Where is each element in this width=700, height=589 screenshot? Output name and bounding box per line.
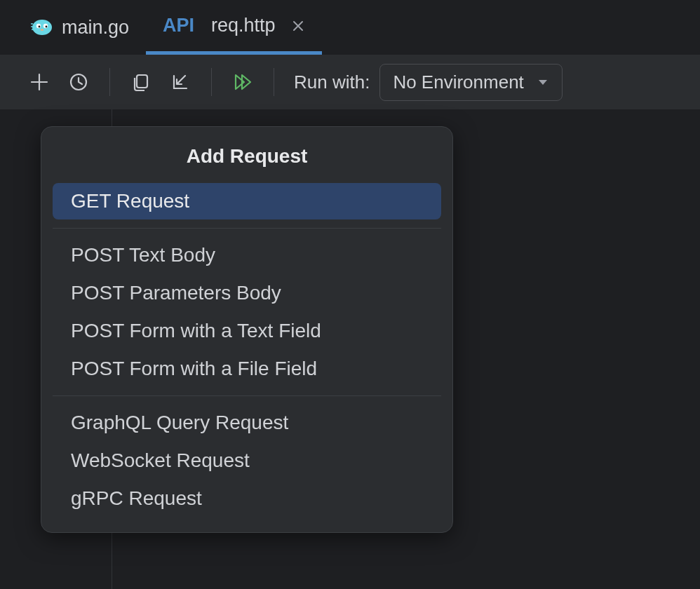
svg-point-0 <box>32 20 52 35</box>
svg-point-1 <box>36 24 41 28</box>
popup-item-post-form-text-field[interactable]: POST Form with a Text Field <box>53 313 441 349</box>
popup-item-grpc-request[interactable]: gRPC Request <box>53 480 441 517</box>
tab-req-http[interactable]: API req.http <box>146 0 322 55</box>
popup-item-post-parameters-body[interactable]: POST Parameters Body <box>53 275 441 311</box>
http-toolbar: Run with: No Environment <box>0 55 700 109</box>
svg-rect-7 <box>137 75 147 88</box>
popup-item-label: POST Form with a File Field <box>71 358 317 379</box>
popup-item-post-text-body[interactable]: POST Text Body <box>53 237 441 273</box>
svg-point-5 <box>41 29 43 31</box>
popup-item-get-request[interactable]: GET Request <box>53 183 441 219</box>
popup-item-label: POST Form with a Text Field <box>71 320 321 341</box>
toolbar-separator <box>211 68 212 96</box>
tab-label: req.http <box>211 15 276 36</box>
svg-point-3 <box>39 26 41 28</box>
examples-button[interactable] <box>123 64 159 100</box>
popup-item-label: GraphQL Query Request <box>71 412 288 433</box>
popup-item-label: POST Parameters Body <box>71 282 281 304</box>
popup-item-post-form-file-field[interactable]: POST Form with a File Field <box>53 351 441 387</box>
popup-item-websocket-request[interactable]: WebSocket Request <box>53 442 441 479</box>
popup-item-label: POST Text Body <box>71 244 215 266</box>
import-button[interactable] <box>162 64 198 100</box>
popup-separator <box>53 228 441 229</box>
environment-selected-value: No Environment <box>393 72 523 93</box>
chevron-down-icon <box>537 76 549 88</box>
close-icon[interactable] <box>291 19 305 33</box>
svg-point-4 <box>46 26 48 28</box>
environment-select[interactable]: No Environment <box>379 64 562 101</box>
popup-title: Add Request <box>41 138 452 182</box>
run-with-label: Run with: <box>294 72 370 93</box>
run-with-section: Run with: No Environment <box>294 64 563 101</box>
tab-main-go[interactable]: main.go <box>14 0 146 55</box>
popup-item-label: WebSocket Request <box>71 449 250 471</box>
add-request-button[interactable] <box>21 64 58 100</box>
popup-item-label: gRPC Request <box>71 487 202 509</box>
popup-separator <box>53 395 441 396</box>
run-all-button[interactable] <box>224 64 261 100</box>
tab-label: main.go <box>62 17 129 39</box>
api-file-icon: API <box>163 15 194 36</box>
editor-tabs: main.go API req.http <box>0 0 700 55</box>
history-button[interactable] <box>60 64 97 100</box>
popup-item-label: GET Request <box>71 190 189 212</box>
popup-item-graphql-request[interactable]: GraphQL Query Request <box>53 405 441 441</box>
toolbar-separator <box>274 68 274 96</box>
svg-point-2 <box>43 24 48 28</box>
add-request-popup: Add Request GET Request POST Text Body P… <box>41 126 453 533</box>
toolbar-separator <box>109 68 110 96</box>
go-file-icon <box>31 16 53 39</box>
